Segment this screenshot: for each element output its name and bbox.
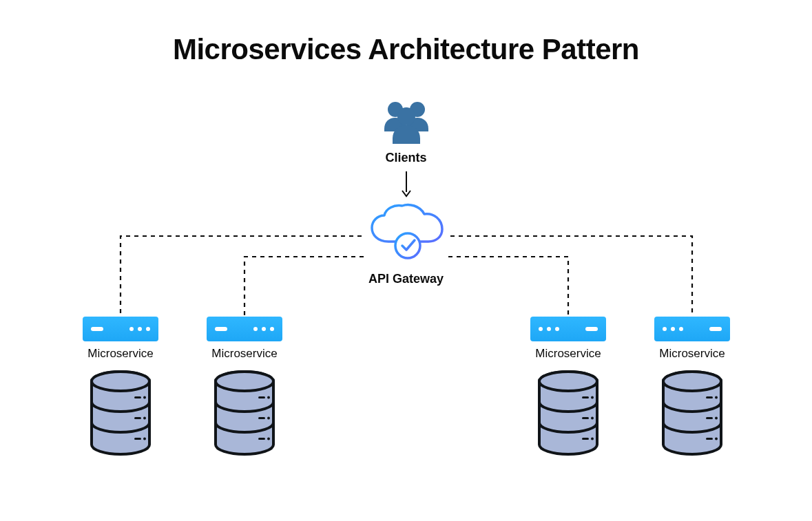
svg-point-22 [539,372,597,391]
svg-point-14 [216,372,273,391]
svg-rect-23 [582,396,589,398]
clients-group: Clients [377,100,435,165]
server-icon [530,317,606,341]
svg-point-36 [715,438,718,440]
svg-point-4 [395,233,420,258]
arrow-down-icon [399,170,413,200]
diagram-title: Microservices Architecture Pattern [0,33,812,66]
svg-point-30 [663,372,721,391]
microservice-label: Microservice [659,347,725,361]
svg-rect-25 [582,417,589,419]
svg-point-8 [143,396,146,399]
svg-rect-9 [134,417,141,419]
svg-point-10 [143,417,146,420]
database-icon [534,369,603,461]
microservice-label: Microservice [535,347,601,361]
database-icon [210,369,279,461]
svg-point-26 [591,417,594,420]
microservice-column: Microservice [83,317,158,461]
svg-point-12 [143,438,146,440]
svg-rect-31 [706,396,713,398]
svg-rect-19 [258,438,265,440]
svg-point-18 [267,417,270,420]
svg-rect-11 [134,438,141,440]
svg-rect-35 [706,438,713,440]
svg-rect-7 [134,396,141,398]
microservice-column: Microservice [530,317,606,461]
svg-point-20 [267,438,270,440]
svg-point-32 [715,396,718,399]
svg-rect-27 [582,438,589,440]
api-gateway-label: API Gateway [368,272,444,286]
svg-point-28 [591,438,594,440]
microservice-label: Microservice [211,347,277,361]
people-icon [377,100,435,147]
svg-point-6 [92,372,149,391]
server-icon [207,317,282,341]
svg-point-2 [397,107,415,125]
microservice-column: Microservice [654,317,730,461]
svg-point-34 [715,417,718,420]
server-icon [654,317,730,341]
microservice-label: Microservice [87,347,153,361]
svg-rect-33 [706,417,713,419]
cloud-check-icon [365,203,448,268]
microservice-column: Microservice [207,317,282,461]
clients-label: Clients [385,151,426,165]
svg-rect-17 [258,417,265,419]
svg-point-16 [267,396,270,399]
svg-rect-15 [258,396,265,398]
server-icon [83,317,158,341]
api-gateway: API Gateway [365,203,448,286]
svg-point-24 [591,396,594,399]
database-icon [658,369,727,461]
database-icon [86,369,155,461]
